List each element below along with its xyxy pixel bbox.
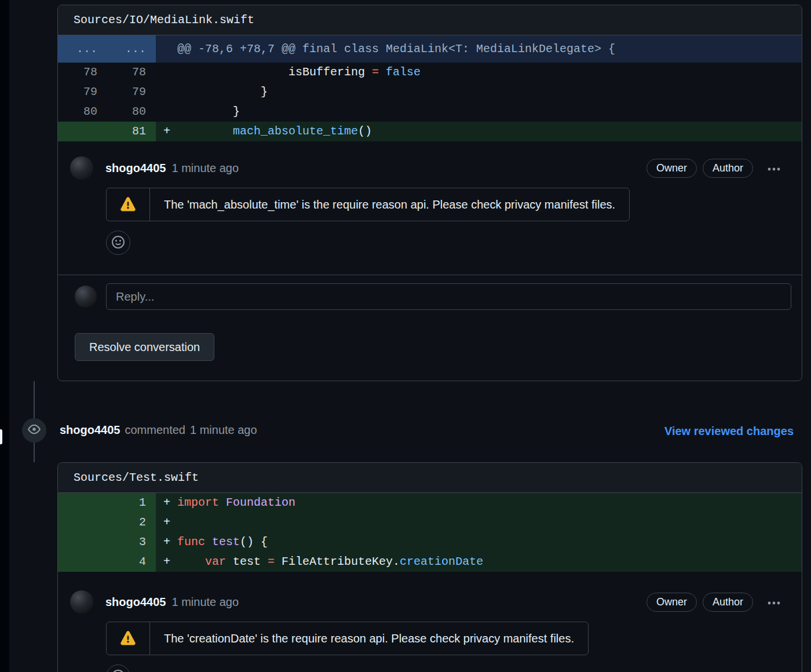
alert-triangle-icon	[107, 188, 150, 221]
resolve-conversation-button[interactable]: Resolve conversation	[75, 333, 214, 361]
file-path-header[interactable]: Sources/IO/MediaLink.swift	[58, 5, 802, 35]
diff-line: 4+ var test = FileAttributeKey.creationD…	[58, 552, 802, 572]
alert-triangle-icon	[107, 622, 150, 655]
diff-line: 7878 isBuffering = false	[58, 63, 802, 82]
eye-icon	[28, 423, 41, 438]
author-badge: Author	[703, 159, 753, 178]
kebab-icon	[768, 598, 780, 607]
comment-avatar[interactable]	[70, 590, 93, 613]
diff-hunk-header: ......@@ -78,6 +78,7 @@ final class Medi…	[58, 35, 802, 63]
diff-line: 8080 }	[58, 102, 802, 122]
owner-badge: Owner	[646, 593, 697, 612]
comment-timestamp[interactable]: 1 minute ago	[171, 162, 239, 175]
timeline-event-text: shogo4405 commented 1 minute ago	[60, 423, 257, 437]
diff-table: 1+import Foundation2+3+func test() {4+ v…	[58, 493, 802, 572]
diff-line: 2+	[58, 513, 802, 532]
resolve-section: Resolve conversation	[58, 318, 802, 361]
comment-header: shogo4405 1 minute ago Owner Author	[58, 572, 802, 613]
warning-alert: The 'creationDate' is the require reason…	[106, 622, 589, 655]
author-badge: Author	[703, 593, 753, 612]
timeline-action: commented	[125, 423, 185, 437]
smiley-icon	[112, 670, 125, 672]
reply-avatar[interactable]	[75, 286, 97, 308]
username-link[interactable]: shogo4405	[105, 596, 166, 609]
scroll-indicator	[0, 429, 2, 444]
diff-line: 1+import Foundation	[58, 493, 802, 513]
owner-badge: Owner	[646, 159, 697, 178]
add-reaction-button[interactable]	[106, 231, 130, 255]
smiley-icon	[112, 236, 125, 250]
add-reaction-button[interactable]	[106, 664, 130, 672]
comment-header: shogo4405 1 minute ago Owner Author	[58, 141, 802, 180]
review-comment: shogo4405 1 minute ago Owner Author The …	[58, 141, 802, 255]
warning-text: The 'mach_absolute_time' is the require …	[150, 188, 629, 221]
reply-section	[58, 275, 802, 318]
review-thread-card: Sources/IO/MediaLink.swift ......@@ -78,…	[57, 5, 802, 381]
timeline-eye-badge	[22, 418, 46, 443]
left-rail	[0, 0, 9, 672]
warning-text: The 'creationDate' is the require reason…	[150, 622, 588, 655]
review-comment: shogo4405 1 minute ago Owner Author The …	[58, 572, 802, 672]
comment-timestamp[interactable]: 1 minute ago	[171, 596, 239, 609]
comment-menu-button[interactable]	[765, 593, 783, 612]
comment-avatar[interactable]	[70, 156, 93, 180]
timeline-timestamp[interactable]: 1 minute ago	[190, 423, 257, 437]
reply-input[interactable]	[106, 283, 791, 310]
username-link[interactable]: shogo4405	[105, 162, 166, 175]
kebab-icon	[768, 164, 780, 173]
review-thread-card: Sources/Test.swift 1+import Foundation2+…	[57, 462, 802, 672]
diff-table: ......@@ -78,6 +78,7 @@ final class Medi…	[58, 35, 802, 141]
diff-line: 81+ mach_absolute_time()	[58, 122, 802, 141]
comment-menu-button[interactable]	[765, 159, 783, 178]
warning-alert: The 'mach_absolute_time' is the require …	[106, 188, 630, 221]
diff-line: 7979 }	[58, 82, 802, 102]
diff-line: 3+func test() {	[58, 532, 802, 552]
view-reviewed-changes-link[interactable]: View reviewed changes	[664, 425, 794, 438]
file-path-header[interactable]: Sources/Test.swift	[58, 463, 802, 493]
username-link[interactable]: shogo4405	[60, 423, 120, 437]
